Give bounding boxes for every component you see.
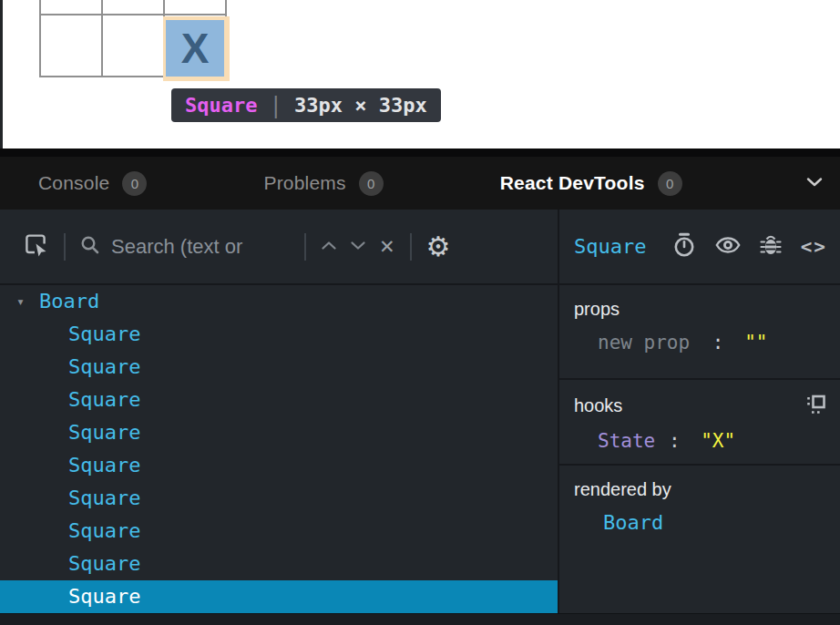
tree-label-square: Square	[68, 416, 140, 449]
key-value-separator: :	[669, 430, 681, 452]
hook-state-row: State : "X"	[574, 430, 827, 452]
toolbar-divider	[410, 233, 412, 261]
props-section-title: props	[574, 299, 620, 320]
hook-state-value[interactable]: "X"	[701, 430, 735, 452]
tree-row-square[interactable]: Square	[0, 449, 558, 482]
horizontal-scrollbar-track[interactable]	[0, 613, 840, 625]
toolbar-divider	[64, 233, 66, 261]
chevron-down-icon	[350, 240, 366, 253]
tab-console[interactable]: Console 0	[38, 171, 147, 196]
tooltip-component-name: Square	[185, 94, 257, 117]
tree-row-square-selected[interactable]: Square	[0, 580, 558, 613]
inspect-highlight-content: X	[166, 20, 224, 77]
parse-hook-names-button[interactable]	[805, 394, 827, 418]
search-previous-button[interactable]	[321, 240, 337, 253]
tree-label-board: Board	[39, 285, 99, 318]
tooltip-dimensions: 33px × 33px	[294, 94, 427, 117]
tree-row-square[interactable]: Square	[0, 384, 558, 416]
chevron-up-icon	[321, 240, 337, 253]
code-brackets-icon: <>	[801, 236, 827, 258]
eye-icon	[715, 237, 741, 256]
tab-react-devtools-badge: 0	[658, 171, 682, 196]
debug-component-button[interactable]	[760, 233, 782, 260]
tree-row-square[interactable]: Square	[0, 515, 558, 548]
tree-label-square: Square	[68, 548, 140, 580]
app-root: X Square | 33px × 33px Console 0 Problem…	[0, 0, 840, 625]
tab-problems-label: Problems	[263, 172, 345, 194]
tab-console-label: Console	[38, 172, 109, 194]
board-cell[interactable]	[41, 15, 101, 76]
tree-row-square[interactable]: Square	[0, 416, 558, 449]
collapse-drawer-button[interactable]	[805, 177, 824, 190]
inspect-element-button[interactable]	[24, 232, 49, 261]
settings-button[interactable]: ⚙	[426, 233, 451, 261]
view-source-button[interactable]: <>	[801, 236, 827, 258]
props-section: props new prop : ""	[559, 285, 840, 380]
tree-label-square: Square	[68, 384, 140, 416]
components-tree-pane: ✕ ⚙ ▾ Board Square Square Square Square …	[0, 210, 559, 625]
new-prop-key-input[interactable]: new prop	[598, 332, 690, 353]
devtools-top-edge	[0, 149, 840, 157]
rendered-by-owner-link[interactable]: Board	[574, 511, 827, 534]
tree-label-square: Square	[68, 580, 140, 613]
key-value-separator: :	[712, 332, 724, 353]
toolbar-divider	[304, 233, 306, 261]
board-cell[interactable]	[103, 0, 163, 14]
tree-label-square: Square	[68, 318, 140, 351]
hooks-section: hooks State : "X"	[559, 380, 840, 466]
board-cell[interactable]	[103, 15, 163, 76]
selected-component-title: Square	[574, 235, 646, 258]
tab-problems-badge: 0	[359, 171, 384, 196]
element-picker-icon	[24, 232, 49, 261]
search-input[interactable]	[111, 235, 290, 259]
board-mark: X	[181, 27, 210, 69]
search-clear-button[interactable]: ✕	[379, 237, 395, 256]
chevron-down-icon	[805, 177, 824, 190]
devtools-tabbar: Console 0 Problems 0 React DevTools 0	[0, 157, 840, 210]
hooks-section-title: hooks	[574, 395, 622, 416]
tree-label-square: Square	[68, 449, 140, 482]
tab-problems[interactable]: Problems 0	[263, 171, 383, 196]
tree-label-square: Square	[68, 482, 140, 515]
tab-console-badge: 0	[122, 171, 147, 196]
hook-names-icon	[805, 394, 827, 418]
tree-row-square[interactable]: Square	[0, 318, 558, 351]
tree-label-square: Square	[68, 515, 140, 548]
inspect-highlight: X	[163, 16, 230, 81]
component-tree: ▾ Board Square Square Square Square Squa…	[0, 285, 558, 625]
rendered-by-section: rendered by Board	[559, 466, 840, 625]
board-cell[interactable]	[165, 0, 225, 14]
bug-icon	[760, 233, 782, 260]
search-icon	[80, 235, 100, 259]
inspect-tooltip: Square | 33px × 33px	[171, 88, 441, 122]
new-prop-value[interactable]: ""	[744, 332, 767, 353]
inspector-header: Square	[559, 210, 840, 285]
tree-row-square[interactable]: Square	[0, 351, 558, 384]
tree-row-board[interactable]: ▾ Board	[0, 285, 558, 318]
rendered-by-title: rendered by	[574, 479, 671, 500]
new-prop-row: new prop : ""	[574, 332, 827, 353]
tree-row-square[interactable]: Square	[0, 548, 558, 580]
hook-state-key: State	[598, 430, 655, 452]
tree-label-square: Square	[68, 351, 140, 384]
board-cell[interactable]	[41, 0, 101, 14]
clear-icon: ✕	[379, 237, 395, 256]
tab-react-devtools-label: React DevTools	[500, 172, 645, 194]
suspend-toggle-button[interactable]	[672, 232, 696, 261]
tooltip-divider: |	[269, 93, 282, 118]
inspect-dom-button[interactable]	[715, 237, 741, 256]
tree-row-square[interactable]: Square	[0, 482, 558, 515]
search-next-button[interactable]	[350, 240, 366, 253]
component-inspector-pane: Square	[559, 210, 840, 625]
react-devtools-panel: ✕ ⚙ ▾ Board Square Square Square Square …	[0, 210, 840, 625]
stopwatch-icon	[672, 232, 696, 261]
tree-toolbar: ✕ ⚙	[0, 210, 558, 285]
gear-icon: ⚙	[426, 233, 451, 261]
expander-icon[interactable]: ▾	[16, 285, 31, 318]
tab-react-devtools[interactable]: React DevTools 0	[500, 171, 682, 196]
browser-viewport: X Square | 33px × 33px	[0, 0, 840, 149]
